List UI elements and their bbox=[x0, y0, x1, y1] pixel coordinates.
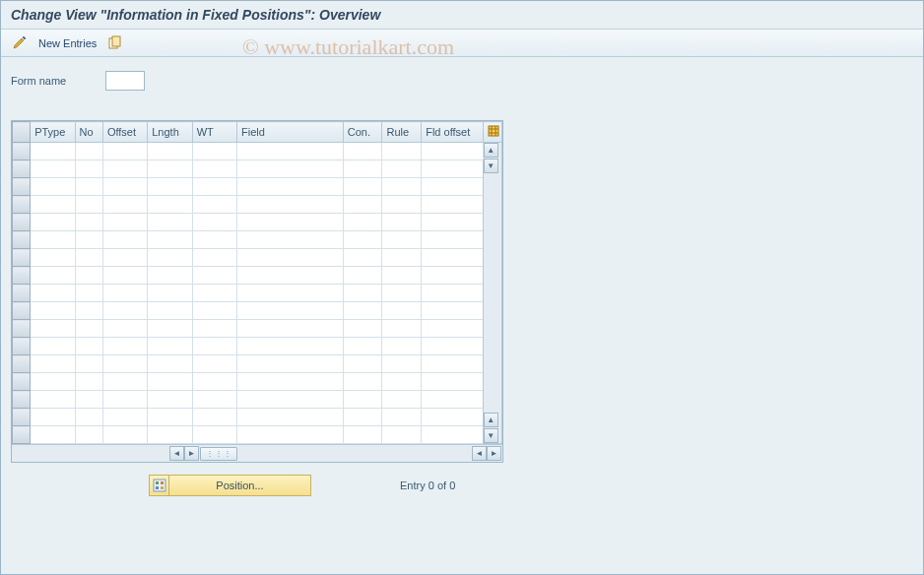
cell-ptype[interactable] bbox=[31, 409, 75, 426]
cell-ptype[interactable] bbox=[31, 267, 75, 285]
cell-wt[interactable] bbox=[192, 143, 236, 160]
cell-wt[interactable] bbox=[192, 196, 236, 214]
cell-wt[interactable] bbox=[192, 214, 236, 231]
table-settings-icon[interactable] bbox=[483, 122, 501, 143]
cell-rule[interactable] bbox=[382, 373, 422, 391]
cell-fldoffset[interactable] bbox=[422, 302, 483, 320]
cell-no[interactable] bbox=[75, 391, 102, 409]
cell-wt[interactable] bbox=[192, 373, 236, 391]
row-selector[interactable] bbox=[13, 373, 31, 391]
cell-fldoffset[interactable] bbox=[422, 231, 483, 249]
hscroll-left-icon[interactable]: ◄ bbox=[169, 446, 184, 461]
form-name-input[interactable] bbox=[105, 71, 145, 91]
cell-rule[interactable] bbox=[382, 143, 422, 160]
cell-field[interactable] bbox=[237, 391, 344, 409]
cell-rule[interactable] bbox=[382, 409, 422, 426]
vscroll-down2-icon[interactable]: ▼ bbox=[484, 428, 498, 443]
cell-fldoffset[interactable] bbox=[422, 409, 483, 426]
cell-con[interactable] bbox=[343, 320, 382, 338]
cell-ptype[interactable] bbox=[31, 160, 75, 178]
cell-wt[interactable] bbox=[192, 338, 236, 355]
cell-ptype[interactable] bbox=[31, 196, 75, 214]
cell-offset[interactable] bbox=[102, 302, 147, 320]
cell-wt[interactable] bbox=[192, 285, 236, 302]
cell-no[interactable] bbox=[75, 178, 102, 196]
cell-fldoffset[interactable] bbox=[422, 160, 483, 178]
hscroll-left2-icon[interactable]: ◄ bbox=[472, 446, 487, 461]
cell-offset[interactable] bbox=[102, 409, 147, 426]
cell-fldoffset[interactable] bbox=[422, 285, 483, 302]
cell-field[interactable] bbox=[237, 302, 344, 320]
cell-lngth[interactable] bbox=[148, 214, 192, 231]
row-selector[interactable] bbox=[13, 196, 31, 214]
col-header-lngth[interactable]: Lngth bbox=[148, 122, 192, 143]
cell-field[interactable] bbox=[237, 409, 344, 426]
cell-field[interactable] bbox=[237, 196, 344, 214]
cell-no[interactable] bbox=[75, 267, 102, 285]
cell-offset[interactable] bbox=[102, 355, 147, 373]
cell-offset[interactable] bbox=[102, 320, 147, 338]
cell-fldoffset[interactable] bbox=[422, 214, 483, 231]
cell-wt[interactable] bbox=[192, 391, 236, 409]
row-selector[interactable] bbox=[13, 302, 31, 320]
cell-offset[interactable] bbox=[102, 338, 147, 355]
row-selector[interactable] bbox=[13, 426, 31, 444]
cell-fldoffset[interactable] bbox=[422, 267, 483, 285]
cell-lngth[interactable] bbox=[148, 160, 192, 178]
cell-wt[interactable] bbox=[192, 160, 236, 178]
cell-rule[interactable] bbox=[382, 338, 422, 355]
cell-no[interactable] bbox=[75, 249, 102, 267]
cell-offset[interactable] bbox=[102, 391, 147, 409]
row-selector[interactable] bbox=[13, 231, 31, 249]
cell-con[interactable] bbox=[343, 196, 382, 214]
cell-no[interactable] bbox=[75, 160, 102, 178]
cell-offset[interactable] bbox=[102, 178, 147, 196]
cell-wt[interactable] bbox=[192, 267, 236, 285]
cell-con[interactable] bbox=[343, 302, 382, 320]
row-selector[interactable] bbox=[13, 178, 31, 196]
cell-wt[interactable] bbox=[192, 249, 236, 267]
cell-rule[interactable] bbox=[382, 178, 422, 196]
cell-rule[interactable] bbox=[382, 160, 422, 178]
cell-lngth[interactable] bbox=[148, 196, 192, 214]
row-selector[interactable] bbox=[13, 391, 31, 409]
row-selector[interactable] bbox=[13, 267, 31, 285]
cell-fldoffset[interactable] bbox=[422, 143, 483, 160]
cell-con[interactable] bbox=[343, 160, 382, 178]
cell-field[interactable] bbox=[237, 178, 344, 196]
cell-offset[interactable] bbox=[102, 426, 147, 444]
cell-no[interactable] bbox=[75, 196, 102, 214]
cell-offset[interactable] bbox=[102, 214, 147, 231]
cell-lngth[interactable] bbox=[148, 231, 192, 249]
cell-wt[interactable] bbox=[192, 320, 236, 338]
cell-no[interactable] bbox=[75, 426, 102, 444]
cell-fldoffset[interactable] bbox=[422, 178, 483, 196]
cell-field[interactable] bbox=[237, 249, 344, 267]
cell-offset[interactable] bbox=[102, 160, 147, 178]
cell-no[interactable] bbox=[75, 302, 102, 320]
row-selector[interactable] bbox=[13, 143, 31, 160]
cell-rule[interactable] bbox=[382, 249, 422, 267]
cell-ptype[interactable] bbox=[31, 143, 75, 160]
cell-field[interactable] bbox=[237, 214, 344, 231]
cell-con[interactable] bbox=[343, 143, 382, 160]
cell-fldoffset[interactable] bbox=[422, 426, 483, 444]
cell-con[interactable] bbox=[343, 373, 382, 391]
cell-wt[interactable] bbox=[192, 409, 236, 426]
cell-lngth[interactable] bbox=[148, 249, 192, 267]
toggle-edit-icon[interactable] bbox=[11, 34, 29, 52]
select-all-cell[interactable] bbox=[13, 122, 31, 143]
cell-con[interactable] bbox=[343, 249, 382, 267]
cell-rule[interactable] bbox=[382, 320, 422, 338]
row-selector[interactable] bbox=[13, 160, 31, 178]
hscroll-thumb[interactable]: ⋮⋮⋮ bbox=[200, 447, 237, 461]
row-selector[interactable] bbox=[13, 338, 31, 355]
cell-no[interactable] bbox=[75, 285, 102, 302]
cell-rule[interactable] bbox=[382, 302, 422, 320]
cell-lngth[interactable] bbox=[148, 355, 192, 373]
cell-offset[interactable] bbox=[102, 373, 147, 391]
col-header-field[interactable]: Field bbox=[237, 122, 344, 143]
row-selector[interactable] bbox=[13, 214, 31, 231]
cell-wt[interactable] bbox=[192, 355, 236, 373]
cell-no[interactable] bbox=[75, 373, 102, 391]
